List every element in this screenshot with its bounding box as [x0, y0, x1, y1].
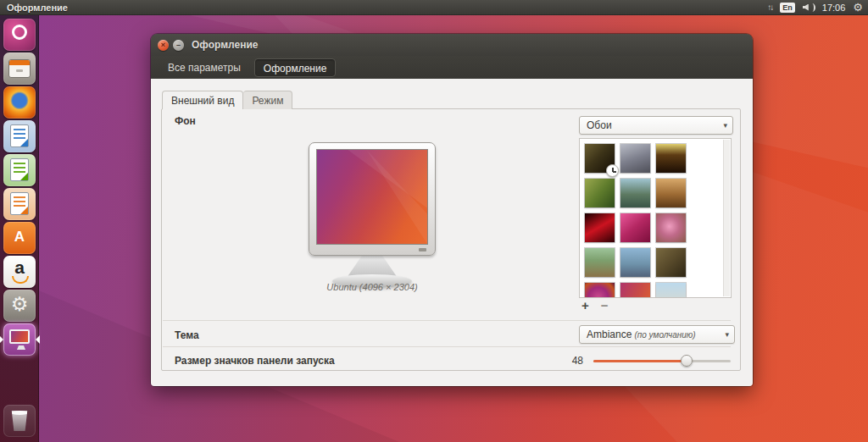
launcher-item-libreoffice-writer[interactable]: [3, 120, 36, 152]
launcher-item-libreoffice-impress[interactable]: [3, 188, 36, 220]
chevron-down-icon: ▾: [725, 326, 729, 343]
wallpaper-thumbnail-pier-sea[interactable]: [620, 248, 650, 277]
monitor-screen-wallpaper: [316, 149, 428, 245]
close-button[interactable]: ×: [158, 40, 169, 51]
separator: [163, 346, 731, 347]
theme-dropdown[interactable]: Ambiance(по умолчанию) ▾: [579, 325, 735, 344]
monitor-bezel: [309, 142, 436, 256]
launcher-icon-size-slider[interactable]: [593, 355, 731, 367]
launcher-item-ubuntu-dash[interactable]: [3, 19, 36, 51]
add-wallpaper-button[interactable]: +: [581, 299, 589, 312]
wallpaper-source-value: Обои: [587, 119, 612, 131]
tab-look[interactable]: Внешний вид: [162, 91, 243, 109]
theme-default-note: (по умолчанию): [634, 330, 695, 340]
top-panel: Оформление ↑↓ En 17:06 ⚙: [0, 0, 868, 15]
chevron-down-icon: ▾: [723, 117, 727, 134]
wallpaper-caption: Ubuntu (4096 × 2304): [309, 282, 436, 292]
software-center-icon: A: [3, 222, 36, 252]
launcher-item-file-manager[interactable]: [3, 52, 36, 85]
system-settings-icon: ⚙: [3, 290, 36, 318]
separator: [163, 320, 731, 321]
keyboard-indicator-icon[interactable]: ↑↓: [767, 3, 772, 12]
monitor-power-button: [419, 248, 426, 251]
window-title: Оформление: [192, 34, 259, 56]
wallpaper-thumbnail-pebbles[interactable]: [620, 144, 650, 173]
session-gear-icon[interactable]: ⚙: [853, 1, 863, 14]
launcher-item-amazon[interactable]: a: [3, 256, 36, 288]
window-titlebar[interactable]: × – Оформление: [151, 34, 753, 56]
remove-wallpaper-button[interactable]: −: [601, 299, 609, 312]
tab-bar: Внешний вид Режим: [162, 91, 292, 109]
tab-behavior[interactable]: Режим: [243, 91, 292, 109]
wallpaper-grid-buttons: + −: [581, 299, 609, 312]
theme-label: Тема: [175, 329, 199, 341]
volume-icon[interactable]: [803, 3, 815, 13]
minimize-button[interactable]: –: [173, 40, 184, 51]
panel-app-title: Оформление: [7, 3, 68, 13]
launcher-item-libreoffice-calc[interactable]: [3, 154, 36, 186]
slider-fill: [593, 360, 687, 362]
theme-value: Ambiance: [587, 329, 632, 340]
trash-icon: [10, 411, 29, 431]
wallpaper-thumbnail-pink-flower[interactable]: [656, 213, 686, 242]
background-heading: Фон: [175, 115, 196, 127]
wallpaper-thumbnail-ubuntu-gradient[interactable]: [620, 283, 650, 298]
wallpaper-thumbnail-mountain-stream[interactable]: [620, 179, 650, 207]
current-panel-button[interactable]: Оформление: [254, 58, 336, 77]
wallpaper-thumbnail-mushrooms[interactable]: [656, 179, 686, 207]
amazon-icon: a: [3, 256, 36, 279]
wallpaper-thumbnail-pink-dragonfly[interactable]: [620, 213, 650, 242]
ubuntu-dash-icon: [12, 25, 27, 40]
launcher-item-system-settings[interactable]: ⚙: [3, 290, 36, 322]
wallpaper-grid: ✓: [579, 138, 732, 298]
wallpaper-thumbnail-books-shelf[interactable]: [585, 144, 615, 173]
timed-wallpaper-badge: [606, 164, 619, 177]
launcher-item-software-center[interactable]: A: [3, 222, 36, 254]
launcher-item-appearance[interactable]: [3, 323, 36, 356]
wallpaper-thumbnail-fern-leaves[interactable]: [585, 179, 615, 207]
unity-launcher: Aa⚙: [0, 15, 39, 442]
libreoffice-impress-icon: [10, 192, 29, 215]
wallpaper-thumbnail-red-flames[interactable]: [585, 213, 615, 242]
input-language-indicator[interactable]: En: [780, 3, 795, 13]
appearance-window: × – Оформление Все параметры Оформление …: [151, 34, 753, 386]
wallpaper-source-dropdown[interactable]: Обои ▾: [579, 116, 733, 135]
appearance-icon: [9, 329, 30, 344]
settings-breadcrumb-bar: Все параметры Оформление: [151, 56, 753, 79]
libreoffice-calc-icon: [10, 158, 29, 181]
wallpaper-thumbnail-old-books[interactable]: [656, 248, 686, 277]
wallpaper-thumbnail-purple-fractal[interactable]: [585, 283, 615, 298]
launcher-item-firefox[interactable]: [3, 86, 36, 119]
launcher-icon-size-value: 48: [563, 355, 583, 367]
all-settings-button[interactable]: Все параметры: [159, 58, 249, 77]
file-manager-icon: [8, 59, 31, 78]
window-content: Внешний вид Режим Фон Обои ▾ Ubuntu (409…: [151, 79, 753, 386]
wallpaper-thumbnail-chestnuts[interactable]: [656, 144, 686, 173]
clock-label[interactable]: 17:06: [822, 3, 846, 13]
desktop: Оформление ↑↓ En 17:06 ⚙ Aa⚙ × – Оформле…: [0, 0, 868, 442]
libreoffice-writer-icon: [10, 124, 29, 147]
wallpaper-thumbnail-clouds-beach[interactable]: ✓: [656, 283, 686, 298]
wallpaper-thumbnail-rail-tunnel[interactable]: [585, 248, 615, 277]
background-preview: [309, 142, 436, 295]
launcher-icon-size-label: Размер значков панели запуска: [175, 355, 335, 367]
slider-handle[interactable]: [681, 355, 693, 367]
scrollbar[interactable]: [723, 140, 730, 296]
panel-indicators: ↑↓ En 17:06 ⚙: [767, 1, 868, 14]
launcher-item-trash[interactable]: [3, 405, 36, 437]
